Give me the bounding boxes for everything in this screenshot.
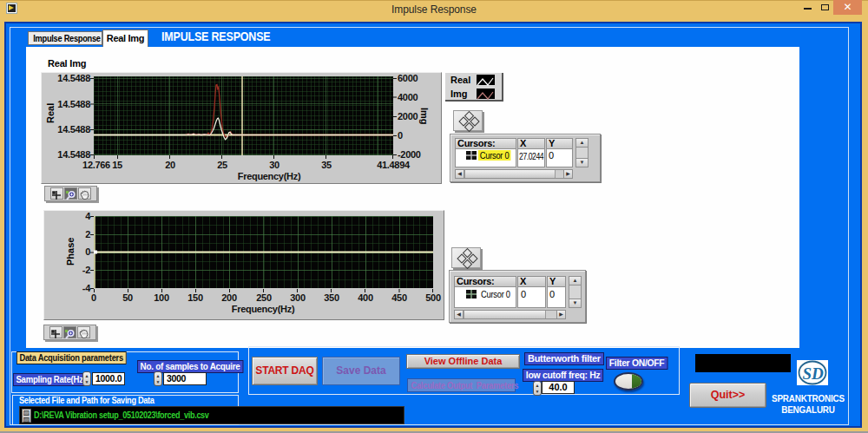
svg-text:SD: SD: [803, 364, 825, 383]
